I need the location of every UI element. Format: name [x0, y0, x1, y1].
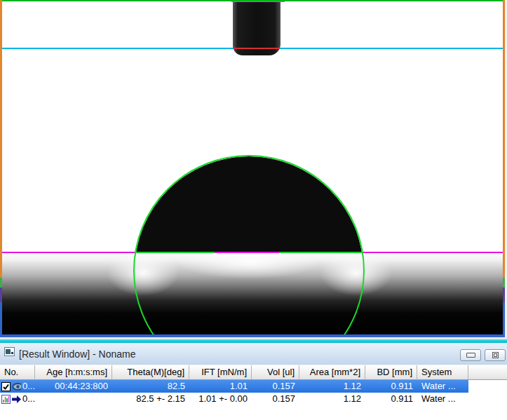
- sessile-drop: [135, 156, 363, 253]
- checkmark-icon: [2, 383, 10, 391]
- result-row-selected[interactable]: 0... 00:44:23:800 82.5 1.01 0.157 1.12 0…: [0, 380, 507, 393]
- result-window-title: [Result Window] - Noname: [19, 343, 136, 365]
- cell-ift: 1.01: [189, 380, 252, 393]
- results-table-empty-area: [0, 405, 507, 420]
- row-selection-highlight: 0... 00:44:23:800 82.5 1.01 0.157 1.12 0…: [0, 380, 468, 393]
- column-header-blank: [468, 365, 507, 380]
- chart-bar: [3, 400, 4, 402]
- row-no-cell: 0...: [0, 393, 35, 405]
- cell-area: 1.12: [299, 380, 365, 393]
- eye-icon: [12, 383, 21, 391]
- substrate-surface: [0, 250, 507, 334]
- cell-blank: [468, 380, 507, 393]
- cell-bd: 0.911: [365, 393, 417, 405]
- row-number: 0...: [22, 393, 35, 405]
- cell-blank: [468, 393, 507, 405]
- column-header-ift[interactable]: IFT [mN/m]: [189, 365, 252, 380]
- chart-bar: [6, 398, 8, 402]
- cell-system: Water ...: [417, 393, 468, 405]
- results-table: No. Age [h:m:s:ms] Theta(M)[deg] IFT [mN…: [0, 365, 507, 405]
- column-header-system[interactable]: System: [417, 365, 468, 380]
- cell-bd: 0.911: [365, 380, 417, 393]
- statistics-chart-icon: [1, 395, 11, 404]
- cell-area: 1.12: [299, 393, 365, 405]
- drop-image-view[interactable]: [0, 0, 507, 337]
- cell-age: [35, 393, 112, 405]
- cell-system: Water ...: [417, 380, 468, 393]
- cell-ift: 1.01 +- 0.00: [189, 393, 252, 405]
- result-row-statistics[interactable]: 0... 82.5 +- 2.15 1.01 +- 0.00 0.157 1.1…: [0, 393, 507, 405]
- row-number: 0...: [22, 380, 35, 393]
- column-header-vol[interactable]: Vol [ul]: [252, 365, 299, 380]
- cell-age: 00:44:23:800: [35, 380, 112, 393]
- row-body: 0... 82.5 +- 2.15 1.01 +- 0.00 0.157 1.1…: [0, 393, 468, 405]
- minimize-icon: [466, 353, 475, 358]
- minimize-button[interactable]: [460, 349, 481, 361]
- restore-icon: [492, 352, 499, 358]
- sessile-drop-silhouette: [135, 156, 363, 253]
- column-header-age[interactable]: Age [h:m:s:ms]: [35, 365, 112, 380]
- cell-vol: 0.157: [252, 393, 299, 405]
- cell-theta: 82.5 +- 2.15: [112, 393, 189, 405]
- column-header-bd[interactable]: BD [mm]: [365, 365, 417, 380]
- result-window-titlebar[interactable]: [Result Window] - Noname: [0, 343, 507, 365]
- chart-window-icon: [6, 348, 13, 355]
- arrow-right-icon: [12, 395, 21, 404]
- restore-button[interactable]: [485, 349, 506, 361]
- column-header-theta[interactable]: Theta(M)[deg]: [112, 365, 189, 380]
- needle-top-marker-overlay: [231, 0, 285, 2]
- results-table-header: No. Age [h:m:s:ms] Theta(M)[deg] IFT [mN…: [0, 365, 507, 380]
- result-window-icon[interactable]: [4, 347, 15, 356]
- cell-theta: 82.5: [112, 380, 189, 393]
- roi-edge-left: [0, 0, 2, 337]
- chart-bar: [8, 396, 10, 402]
- column-header-area[interactable]: Area [mm*2]: [299, 365, 365, 380]
- chart-bar: [5, 397, 6, 402]
- row-checkbox-checked[interactable]: [1, 382, 11, 391]
- column-header-no[interactable]: No.: [0, 365, 35, 380]
- row-no-cell: 0...: [0, 380, 35, 393]
- dosing-needle: [233, 0, 280, 55]
- cell-vol: 0.157: [252, 380, 299, 393]
